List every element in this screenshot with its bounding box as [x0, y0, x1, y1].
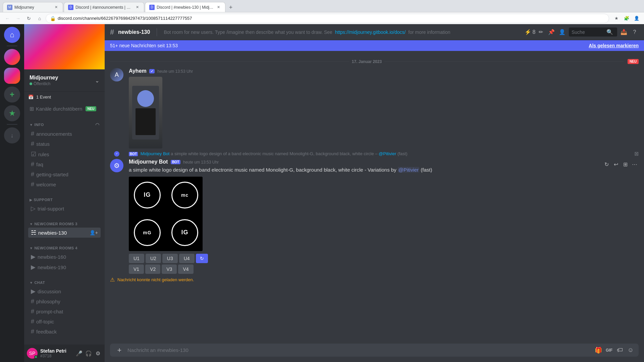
error-message: ⚠ Nachricht konnte nicht geladen werden.: [105, 275, 644, 284]
extensions-icon[interactable]: 🧩: [622, 14, 631, 23]
section-header-info[interactable]: ▼ INFO ◠: [27, 121, 102, 129]
u2-button[interactable]: U2: [146, 254, 161, 263]
u3-button[interactable]: U3: [162, 254, 178, 263]
server-icon-midjourney[interactable]: [4, 68, 20, 84]
server-icon-add[interactable]: +: [4, 86, 20, 103]
mark-read-button[interactable]: Als gelesen markieren: [589, 43, 639, 48]
tab-discord-ann[interactable]: D Discord | #announcements | M... ✕: [64, 2, 144, 12]
search-box[interactable]: 🔍: [569, 27, 617, 37]
channel-prompt-chat[interactable]: # prompt-chat: [28, 307, 101, 316]
message-input[interactable]: [127, 344, 592, 357]
more-button[interactable]: ⋯: [631, 160, 639, 168]
v4-button[interactable]: V4: [178, 264, 193, 274]
back-button[interactable]: ←: [3, 14, 12, 23]
gif-button[interactable]: GIF: [605, 346, 613, 354]
channel-announcements[interactable]: # announcements: [28, 129, 101, 139]
browse-channels-item[interactable]: ⊞ Kanäle durchstöbern NEU: [25, 103, 103, 115]
new-messages-banner[interactable]: 51+ neue Nachrichten seit 13:53 Als gele…: [105, 40, 644, 51]
sticker-button[interactable]: 🏷: [616, 346, 624, 354]
headphones-button[interactable]: 🎧: [85, 349, 93, 357]
microphone-button[interactable]: 🎤: [75, 349, 83, 357]
refresh-button[interactable]: ↻: [196, 254, 208, 263]
server-header[interactable]: Midjourney Öffentlich ⌄: [24, 69, 105, 92]
settings-button[interactable]: ⚙: [94, 349, 102, 357]
browse-badge: NEU: [86, 106, 96, 111]
reply-button[interactable]: ↩: [612, 160, 620, 168]
tab-close-2[interactable]: ✕: [135, 5, 140, 10]
server-icon-1[interactable]: [4, 49, 20, 65]
attach-button[interactable]: +: [114, 345, 125, 356]
emoji-button[interactable]: ☺: [627, 346, 635, 354]
tab-close-1[interactable]: ✕: [53, 5, 59, 10]
date-line-right: [384, 61, 624, 62]
event-banner[interactable]: 📅 1 Event: [24, 92, 105, 102]
add-member-button[interactable]: 👤: [558, 28, 566, 36]
section-header-chat[interactable]: ▼ CHAT: [27, 279, 102, 286]
section-header-newcomer4[interactable]: ▼ NEWCOMER ROOMS 4: [27, 245, 102, 251]
channel-status[interactable]: # status: [28, 139, 101, 149]
message-avatar-bot: ⚙: [110, 159, 123, 172]
address-bar-row: ← → ↻ ⌂ 🔒 discord.com/channels/662267976…: [0, 12, 644, 24]
v2-button[interactable]: V2: [145, 264, 160, 274]
channel-name-announcements: announcements: [36, 131, 98, 137]
server-status-text: Öffentlich: [34, 81, 50, 86]
channel-discussion[interactable]: ▶ discussion: [28, 286, 101, 296]
home-button[interactable]: ⌂: [35, 14, 44, 23]
error-text: Nachricht konnte nicht geladen werden.: [117, 277, 194, 282]
apps-button[interactable]: ⊞: [621, 160, 629, 168]
bookmarks-icon[interactable]: ★: [612, 14, 621, 23]
server-icon-download[interactable]: ↓: [4, 127, 20, 143]
save-icon[interactable]: ⊠: [634, 150, 639, 157]
channel-getting-started[interactable]: # getting-started: [28, 170, 101, 179]
section-header-support[interactable]: ▶ SUPPORT: [27, 196, 102, 203]
tab-title-2: Discord | #announcements | M...: [75, 5, 132, 10]
u1-button[interactable]: U1: [129, 254, 144, 263]
edit-button[interactable]: ✏: [537, 28, 545, 36]
v1-button[interactable]: V1: [129, 264, 144, 274]
hash-icon: #: [31, 318, 34, 325]
logo-4: IG: [171, 219, 198, 246]
inbox-button[interactable]: 📥: [620, 28, 628, 36]
new-tab-button[interactable]: +: [226, 3, 235, 12]
section-header-newcomer3[interactable]: ▼ NEWCOMER ROOMS 3: [27, 221, 102, 227]
tab-discord-newbies[interactable]: D Discord | #newbies-130 | Midjo... ✕: [145, 2, 225, 12]
server-icon-discover[interactable]: ★: [4, 105, 20, 121]
hash-icon: #: [31, 140, 34, 147]
pin-button[interactable]: 📌: [547, 28, 555, 36]
v3-button[interactable]: V3: [162, 264, 177, 274]
channel-trial-support[interactable]: ▷ trial-support: [28, 203, 101, 214]
channel-rules[interactable]: ☑ rules: [28, 149, 101, 159]
tab-midjourney[interactable]: M Midjourney ✕: [3, 2, 63, 12]
channel-name-newbies-160: newbies-160: [38, 254, 98, 260]
channel-desc-link[interactable]: https://midjourney.gitbook.io/docs/: [335, 29, 406, 35]
u4-button[interactable]: U4: [179, 254, 195, 263]
action-buttons-row1: U1 U2 U3 U4 ↻: [129, 254, 597, 263]
channel-philosophy[interactable]: # philosophy: [28, 297, 101, 306]
message-avatar-ayhem: A: [110, 68, 123, 81]
message-content-bot: Midjourney Bot BOT heute um 13:53 Uhr a …: [129, 159, 597, 274]
address-bar[interactable]: 🔒 discord.com/channels/66226797698429747…: [46, 14, 609, 23]
channel-off-topic[interactable]: # off-topic: [28, 317, 101, 326]
react-button[interactable]: ↻: [602, 160, 610, 168]
reload-button[interactable]: ↻: [24, 14, 34, 23]
channel-faq[interactable]: # faq: [28, 160, 101, 169]
account-icon[interactable]: 👤: [632, 14, 641, 23]
channel-newbies-130[interactable]: ☵ newbies-130 👤+: [28, 228, 101, 238]
forward-button[interactable]: →: [13, 14, 23, 23]
channel-welcome[interactable]: # welcome: [28, 180, 101, 189]
tab-close-3[interactable]: ✕: [216, 5, 221, 10]
message-group-bot: ⚙ Midjourney Bot BOT heute um 13:53 Uhr …: [105, 158, 644, 275]
channel-newbies-190[interactable]: ▶ newbies-190: [28, 262, 101, 272]
boost-icon[interactable]: ⚡ 8: [526, 28, 534, 36]
search-icon: 🔍: [606, 29, 613, 35]
gift-button[interactable]: 🎁: [594, 346, 602, 354]
help-button[interactable]: ?: [631, 28, 639, 36]
channel-newbies-160[interactable]: ▶ newbies-160: [28, 252, 101, 262]
server-icon-home[interactable]: ⌂: [4, 27, 20, 43]
search-input[interactable]: [572, 29, 605, 35]
channel-feedback[interactable]: # feedback: [28, 327, 101, 337]
bot-inline-avatar-col: ✓: [110, 151, 123, 157]
hash-icon: ▶: [31, 263, 36, 271]
bot-tag: BOT: [171, 160, 180, 164]
chevron-icon-newcomer4: ▼: [30, 246, 33, 250]
